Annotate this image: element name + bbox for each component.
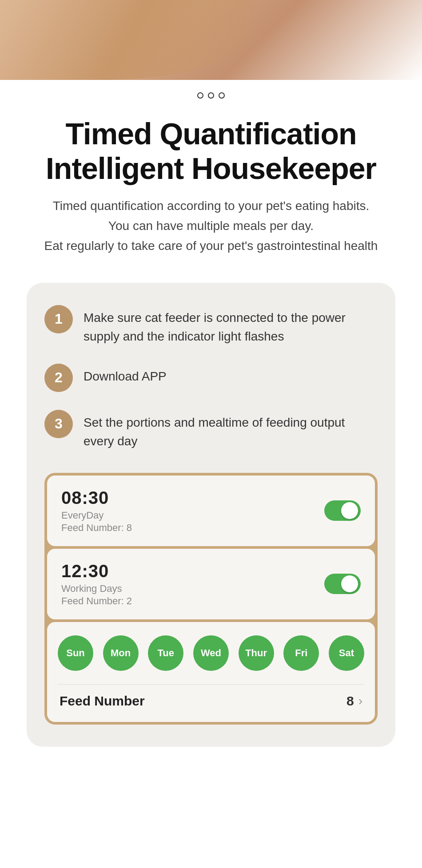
day-wed[interactable]: Wed	[193, 635, 229, 671]
feed-repeat-1: EveryDay	[61, 510, 132, 521]
day-sat[interactable]: Sat	[329, 635, 364, 671]
step-number-3: 3	[44, 410, 73, 438]
step-item-1: 1 Make sure cat feeder is connected to t…	[44, 305, 378, 346]
page-dots	[0, 80, 422, 107]
divider	[58, 684, 364, 685]
page-title: Timed Quantification Intelligent Houseke…	[18, 116, 404, 186]
day-mon[interactable]: Mon	[103, 635, 139, 671]
title-section: Timed Quantification Intelligent Houseke…	[0, 107, 422, 270]
feed-info-2: 12:30 Working Days Feed Number: 2	[61, 561, 132, 607]
schedule-card: 08:30 EveryDay Feed Number: 8 12:30 Work…	[44, 473, 378, 725]
dot-1	[197, 92, 203, 99]
day-thur[interactable]: Thur	[239, 635, 274, 671]
hero-image	[0, 0, 422, 80]
feed-number-label: Feed Number	[60, 694, 145, 709]
days-row: Sun Mon Tue Wed Thur Fri Sat	[58, 635, 364, 671]
dot-2	[208, 92, 214, 99]
feed-number-row[interactable]: Feed Number 8 ›	[58, 694, 364, 709]
feed-time-1: 08:30	[61, 488, 132, 508]
toggle-1[interactable]	[324, 500, 361, 521]
feed-number-1: Feed Number: 8	[61, 522, 132, 534]
feed-number-value-area[interactable]: 8 ›	[346, 694, 362, 709]
feed-info-1: 08:30 EveryDay Feed Number: 8	[61, 488, 132, 534]
days-card: Sun Mon Tue Wed Thur Fri Sat	[47, 622, 375, 722]
step-item-2: 2 Download APP	[44, 364, 378, 392]
feed-repeat-2: Working Days	[61, 583, 132, 595]
feed-item-1: 08:30 EveryDay Feed Number: 8	[47, 476, 375, 546]
day-fri[interactable]: Fri	[283, 635, 319, 671]
day-tue[interactable]: Tue	[148, 635, 183, 671]
step-number-2: 2	[44, 364, 73, 392]
step-item-3: 3 Set the portions and mealtime of feedi…	[44, 410, 378, 451]
step-number-1: 1	[44, 305, 73, 333]
toggle-2[interactable]	[324, 574, 361, 594]
feed-time-2: 12:30	[61, 561, 132, 581]
step-text-2: Download APP	[84, 364, 167, 386]
day-sun[interactable]: Sun	[58, 635, 93, 671]
chevron-right-icon: ›	[358, 694, 362, 708]
main-card: 1 Make sure cat feeder is connected to t…	[27, 283, 395, 747]
feed-number-value: 8	[346, 694, 354, 709]
feed-number-2: Feed Number: 2	[61, 595, 132, 607]
feed-item-2: 12:30 Working Days Feed Number: 2	[47, 549, 375, 619]
dot-3	[219, 92, 225, 99]
step-text-3: Set the portions and mealtime of feeding…	[84, 410, 378, 451]
steps-list: 1 Make sure cat feeder is connected to t…	[44, 305, 378, 451]
step-text-1: Make sure cat feeder is connected to the…	[84, 305, 378, 346]
subtitle: Timed quantification according to your p…	[18, 196, 404, 256]
